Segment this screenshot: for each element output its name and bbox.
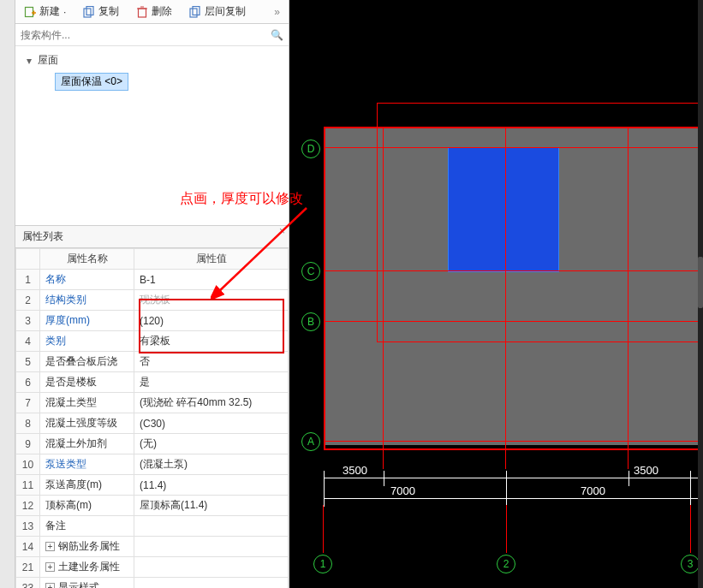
property-row[interactable]: 11泵送高度(m)(11.4) (16, 475, 289, 496)
left-rail (0, 0, 15, 588)
property-row[interactable]: 6是否是楼板是 (16, 372, 289, 393)
row-index: 9 (16, 434, 40, 454)
property-name: 类别 (40, 331, 134, 352)
dim-line (324, 498, 703, 499)
property-value[interactable]: (混凝土泵) (134, 454, 289, 475)
row-index: 10 (16, 454, 40, 475)
dim-text: 7000 (581, 484, 605, 497)
property-value[interactable]: 否 (134, 352, 289, 372)
row-index: 21 (16, 557, 40, 578)
property-name: 泵送类型 (40, 454, 134, 475)
axis-bubble-col: 3 (681, 555, 700, 573)
dim-text: 7000 (390, 484, 415, 497)
axis-stub (690, 505, 691, 553)
row-index: 6 (16, 372, 40, 393)
svg-rect-0 (26, 7, 33, 16)
property-value[interactable]: (无) (134, 434, 289, 454)
svg-rect-4 (190, 9, 197, 17)
search-row: 🔍 (15, 24, 289, 46)
col-index (16, 249, 40, 270)
property-name: 混凝土强度等级 (40, 413, 134, 434)
property-row[interactable]: 14+钢筋业务属性 (16, 537, 289, 557)
axis-bubble-row: B (301, 312, 320, 331)
caret-down-icon: ▾ (24, 55, 34, 67)
row-index: 33 (16, 578, 40, 589)
outer-extent (324, 127, 703, 450)
scrollbar-thumb[interactable] (698, 257, 703, 308)
axis-bubble-col: 2 (497, 555, 515, 573)
row-index: 8 (16, 413, 40, 434)
canvas-scrollbar[interactable] (698, 0, 703, 588)
drawing-canvas[interactable]: D C B A 1 2 3 3500 3500 7000 7000 (289, 0, 703, 588)
delete-label: 删除 (152, 4, 172, 19)
dim-text: 3500 (343, 464, 367, 477)
property-name: +显示样式 (40, 578, 134, 589)
dim-line (324, 478, 703, 478)
tree-root-label: 屋面 (38, 53, 58, 68)
row-index: 5 (16, 352, 40, 372)
dim-text: 3500 (634, 464, 658, 477)
copy-button[interactable]: 复制 (78, 3, 124, 21)
tree-item-roof-insulation[interactable]: 屋面保温 <0> (55, 73, 128, 91)
property-value[interactable]: (现浇砼 碎石40mm 32.5) (134, 393, 289, 413)
expand-icon[interactable]: + (45, 562, 55, 572)
property-name: +土建业务属性 (40, 557, 134, 578)
property-row[interactable]: 4类别有梁板 (16, 331, 289, 352)
svg-line-6 (217, 208, 307, 293)
axis-stub (506, 505, 507, 553)
trash-icon (136, 6, 148, 18)
property-row[interactable]: 3厚度(mm)(120) (16, 311, 289, 331)
property-name: 结构类别 (40, 290, 134, 311)
property-row[interactable]: 9混凝土外加剂(无) (16, 434, 289, 454)
row-index: 2 (16, 290, 40, 311)
property-value[interactable]: (C30) (134, 413, 289, 434)
row-index: 12 (16, 496, 40, 516)
col-name: 属性名称 (40, 249, 134, 270)
property-value[interactable]: 是 (134, 372, 289, 393)
axis-bubble-row: A (301, 432, 320, 451)
row-index: 3 (16, 311, 40, 331)
dim-tick (506, 471, 507, 507)
row-index: 1 (16, 270, 40, 290)
row-index: 11 (16, 475, 40, 496)
property-row[interactable]: 21+土建业务属性 (16, 557, 289, 578)
property-value[interactable] (134, 516, 289, 537)
property-value[interactable]: 有梁板 (134, 331, 289, 352)
row-index: 14 (16, 537, 40, 557)
search-input[interactable] (21, 29, 265, 41)
property-name: 顶标高(m) (40, 496, 134, 516)
property-value[interactable]: 屋顶标高(11.4) (134, 496, 289, 516)
property-value[interactable] (134, 537, 289, 557)
property-row[interactable]: 5是否叠合板后浇否 (16, 352, 289, 372)
property-name: +钢筋业务属性 (40, 537, 134, 557)
property-row[interactable]: 13备注 (16, 516, 289, 537)
expand-icon[interactable]: + (45, 542, 55, 551)
property-name: 名称 (40, 270, 134, 290)
svg-rect-2 (86, 6, 93, 15)
copy-label: 复制 (98, 4, 119, 19)
property-row[interactable]: 7混凝土类型(现浇砼 碎石40mm 32.5) (16, 393, 289, 413)
tree-root-roof[interactable]: ▾ 屋面 (24, 51, 280, 69)
floor-copy-label: 层间复制 (205, 4, 246, 19)
search-icon[interactable]: 🔍 (271, 29, 283, 41)
new-button[interactable]: 新建 · (19, 3, 71, 21)
property-value[interactable] (134, 557, 289, 578)
property-value[interactable]: (11.4) (134, 475, 289, 496)
toolbar-overflow-icon[interactable]: » (269, 4, 285, 20)
axis-stub (323, 505, 324, 553)
floor-copy-button[interactable]: 层间复制 (184, 3, 251, 21)
property-row[interactable]: 12顶标高(m)屋顶标高(11.4) (16, 496, 289, 516)
property-row[interactable]: 10泵送类型(混凝土泵) (16, 454, 289, 475)
property-value[interactable] (134, 578, 289, 589)
copy-icon (83, 6, 95, 18)
expand-icon[interactable]: + (45, 583, 55, 588)
axis-bubble-row: D (301, 140, 320, 158)
property-name: 是否叠合板后浇 (40, 352, 134, 372)
property-value[interactable]: (120) (134, 311, 289, 331)
property-row[interactable]: 8混凝土强度等级(C30) (16, 413, 289, 434)
component-toolbar: 新建 · 复制 删除 层间复制 » (15, 0, 289, 24)
delete-button[interactable]: 删除 (131, 3, 177, 21)
property-name: 是否是楼板 (40, 372, 134, 393)
row-index: 4 (16, 331, 40, 352)
property-row[interactable]: 33+显示样式 (16, 578, 289, 589)
